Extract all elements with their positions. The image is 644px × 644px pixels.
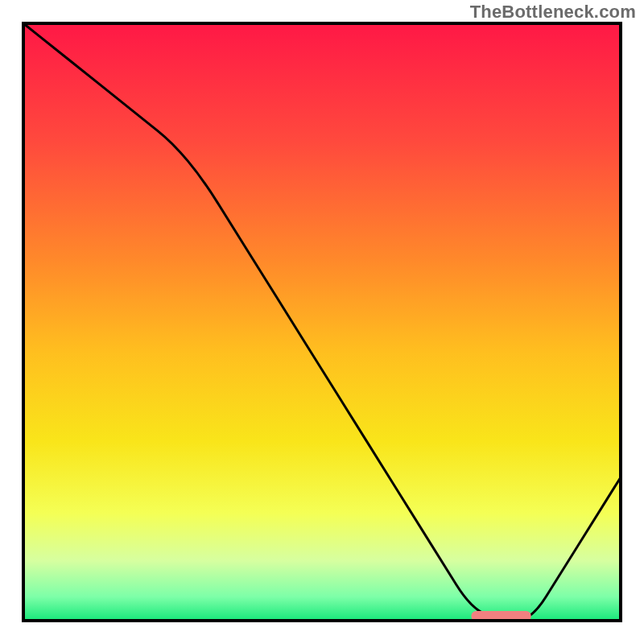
plot-gradient [23, 23, 621, 621]
bottleneck-chart [0, 0, 644, 644]
watermark-text: TheBottleneck.com [470, 2, 636, 23]
